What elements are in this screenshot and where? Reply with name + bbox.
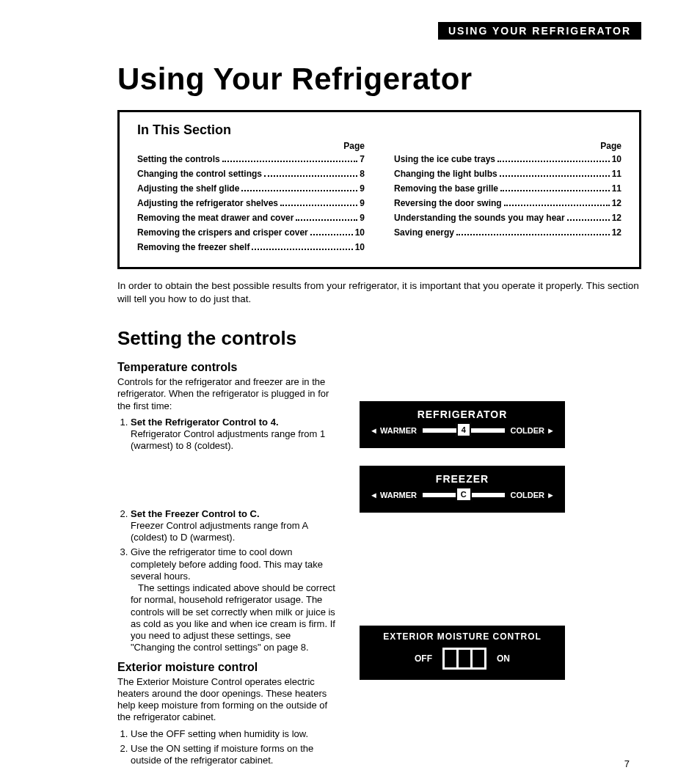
toc-dots [567,219,610,221]
toc-entry-page: 9 [360,183,365,194]
toc-entry-text: Saving energy [394,227,454,238]
toc-entry-page: 9 [360,198,365,208]
emc-switch-graphic [442,648,486,670]
refrigerator-slider-knob: 4 [456,422,471,437]
freezer-slider-knob: C [456,487,472,502]
freezer-colder-label: COLDER ► [511,491,555,499]
toc-entry-page: 10 [612,154,621,164]
toc-entry-text: Removing the meat drawer and cover [137,213,294,223]
toc-entry-page: 8 [360,169,365,179]
toc-entry-text: Understanding the sounds you may hear [394,213,565,223]
freezer-control-figure: FREEZER ◄ WARMER C COLDER ► [360,466,565,513]
toc-entry-page: 7 [360,154,365,164]
intro-paragraph: In order to obtain the best possible res… [117,279,641,305]
emc-fig-title: EXTERIOR MOISTURE CONTROL [370,631,555,642]
toc-dots [252,249,352,250]
toc-entry-text: Adjusting the shelf glide [137,183,239,194]
temp-step-3-body: Give the refrigerator time to cool down … [131,546,323,582]
toc-entry-page: 10 [355,242,365,252]
toc-dots [264,175,357,177]
toc-entry-text: Removing the freezer shelf [137,242,249,252]
ext-step-2: Use the ON setting if moisture forms on … [131,743,338,767]
toc-entry: Setting the controls7 [137,154,365,164]
exterior-moisture-intro: The Exterior Moisture Control operates e… [117,676,338,724]
toc-dots [500,190,610,191]
page-label-left: Page [137,141,365,151]
toc-entry: Reversing the door swing12 [394,198,621,208]
toc-entry: Removing the freezer shelf10 [137,242,365,252]
toc-title: In This Section [137,122,621,138]
temp-step-3-note: The settings indicated above should be c… [131,582,335,653]
toc-dots [280,205,357,206]
toc-box: In This Section Page Setting the control… [117,110,641,269]
toc-entry-page: 10 [355,227,365,238]
toc-entry: Saving energy12 [394,227,621,238]
toc-left-column: Page Setting the controls7Changing the c… [137,141,365,257]
toc-dots [500,175,610,177]
toc-right-column: Page Using the ice cube trays10Changing … [394,141,621,257]
toc-entry: Adjusting the refrigerator shelves9 [137,198,365,208]
toc-entry-page: 12 [612,227,621,238]
emc-on-label: ON [497,653,510,664]
toc-entry-text: Setting the controls [137,154,220,164]
section-header-bar: USING YOUR REFRIGERATOR [438,22,641,40]
toc-entry-text: Reversing the door swing [394,198,502,208]
temperature-intro: Controls for the refrigerator and freeze… [117,376,338,412]
temp-step-2-body: Freezer Control adjustments range from A… [131,520,307,543]
freezer-slider-track: C [423,493,505,497]
temp-step-3: Give the refrigerator time to cool down … [131,546,338,653]
toc-entry-text: Adjusting the refrigerator shelves [137,198,278,208]
page-number: 7 [624,758,630,769]
toc-dots [310,234,353,235]
toc-entry: Changing the control settings8 [137,169,365,179]
toc-entry-page: 12 [612,213,621,223]
toc-entry-text: Removing the crispers and crisper cover [137,227,308,238]
toc-dots [222,161,358,162]
refrigerator-colder-label: COLDER ► [511,426,555,435]
toc-entry: Removing the meat drawer and cover9 [137,213,365,223]
toc-entry-page: 11 [612,183,621,194]
toc-entry-page: 9 [360,213,365,223]
temp-step-1-body: Refrigerator Control adjustments range f… [131,428,325,451]
freezer-warmer-label: ◄ WARMER [370,491,417,499]
toc-entry-page: 12 [612,198,621,208]
page-label-right: Page [394,141,621,151]
emc-off-label: OFF [415,653,432,664]
toc-entry-text: Using the ice cube trays [394,154,495,164]
ext-step-1: Use the OFF setting when humidity is low… [131,728,338,740]
page-title: Using Your Refrigerator [117,62,641,97]
exterior-moisture-control-figure: EXTERIOR MOISTURE CONTROL OFF ON [360,626,565,680]
temp-step-1-bold: Set the Refrigerator Control to 4. [131,417,279,428]
toc-entry: Understanding the sounds you may hear12 [394,213,621,223]
toc-entry-page: 11 [612,169,621,179]
temp-step-2: Set the Freezer Control to C. Freezer Co… [131,508,338,544]
exterior-moisture-heading: Exterior moisture control [117,660,338,675]
setting-controls-heading: Setting the controls [117,327,641,350]
temperature-controls-heading: Temperature controls [117,360,338,375]
freezer-fig-title: FREEZER [370,473,555,485]
refrigerator-control-figure: REFRIGERATOR ◄ WARMER 4 COLDER ► [360,401,565,448]
toc-dots [296,219,357,221]
toc-dots [456,234,610,235]
toc-entry-text: Changing the control settings [137,169,262,179]
toc-dots [241,190,357,191]
toc-entry: Changing the light bulbs11 [394,169,621,179]
toc-entry: Removing the crispers and crisper cover1… [137,227,365,238]
toc-entry: Using the ice cube trays10 [394,154,621,164]
temp-step-1: Set the Refrigerator Control to 4. Refri… [131,417,338,453]
toc-entry: Adjusting the shelf glide9 [137,183,365,194]
temp-step-2-bold: Set the Freezer Control to C. [131,508,260,519]
toc-dots [504,205,610,206]
toc-entry-text: Removing the base grille [394,183,498,194]
refrigerator-fig-title: REFRIGERATOR [370,409,555,420]
toc-entry-text: Changing the light bulbs [394,169,497,179]
toc-entry: Removing the base grille11 [394,183,621,194]
toc-dots [497,161,610,162]
refrigerator-warmer-label: ◄ WARMER [370,426,417,435]
refrigerator-slider-track: 4 [423,428,505,433]
